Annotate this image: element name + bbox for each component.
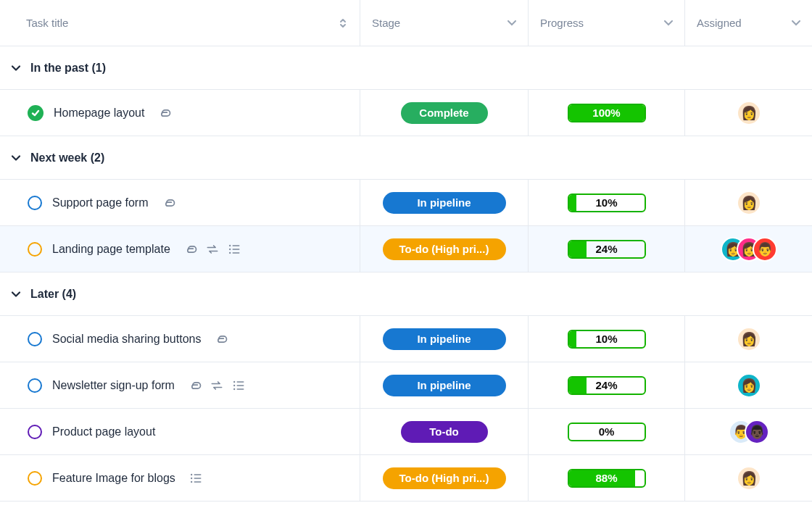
task-row[interactable]: Support page formIn pipeline10%👩: [0, 180, 812, 226]
stage-cell[interactable]: In pipeline: [360, 316, 528, 362]
status-ring-icon[interactable]: [28, 471, 42, 486]
task-row[interactable]: Feature Image for blogs To-do (High pri.…: [0, 455, 812, 502]
task-title-cell[interactable]: Newsletter sign-up form: [0, 362, 360, 408]
svg-point-14: [191, 480, 192, 482]
attachment-icon[interactable]: [162, 196, 176, 210]
progress-cell[interactable]: 88%: [528, 455, 684, 501]
progress-bar[interactable]: 0%: [568, 423, 646, 441]
progress-bar[interactable]: 10%: [568, 330, 646, 349]
progress-bar[interactable]: 24%: [568, 240, 646, 259]
column-header-stage[interactable]: Stage: [360, 0, 528, 46]
stage-pill[interactable]: In pipeline: [383, 375, 506, 396]
stage-pill[interactable]: To-do (High pri...): [383, 467, 506, 489]
task-title-cell[interactable]: Product page layout: [0, 409, 360, 454]
attachment-icon[interactable]: [157, 106, 172, 120]
status-ring-icon[interactable]: [28, 242, 42, 257]
subtasks-icon[interactable]: [188, 471, 203, 486]
avatar[interactable]: 👩: [737, 466, 761, 491]
avatar-stack[interactable]: 👩: [737, 373, 761, 398]
avatar[interactable]: 👨🏿: [745, 420, 769, 444]
group-header-row[interactable]: In the past (1): [0, 46, 812, 90]
status-ring-icon[interactable]: [28, 332, 42, 346]
task-row[interactable]: Newsletter sign-up form In pipeline24%👩: [0, 362, 812, 409]
avatar[interactable]: 👩: [737, 373, 761, 398]
stage-pill[interactable]: In pipeline: [383, 328, 506, 350]
avatar[interactable]: 👨: [753, 237, 777, 262]
column-header-title-label: Task title: [26, 17, 68, 29]
stage-pill[interactable]: Complete: [401, 102, 488, 124]
group-header-row[interactable]: Next week (2): [0, 136, 812, 180]
task-title-cell[interactable]: Social media sharing buttons: [0, 316, 360, 362]
task-row[interactable]: Social media sharing buttonsIn pipeline1…: [0, 316, 812, 362]
subtasks-icon[interactable]: [227, 242, 241, 257]
caret-down-icon[interactable]: [792, 20, 800, 26]
caret-down-icon[interactable]: [664, 20, 673, 26]
progress-cell[interactable]: 24%: [528, 226, 684, 272]
stage-cell[interactable]: In pipeline: [360, 180, 528, 225]
avatar[interactable]: 👩: [737, 191, 761, 215]
progress-cell[interactable]: 0%: [528, 409, 684, 454]
progress-bar[interactable]: 100%: [568, 104, 646, 122]
task-title-cell[interactable]: Homepage layout: [0, 90, 360, 136]
chevron-down-icon[interactable]: [10, 288, 22, 300]
status-ring-icon[interactable]: [28, 378, 42, 393]
recurring-icon[interactable]: [210, 378, 224, 393]
progress-cell[interactable]: 100%: [528, 90, 684, 136]
task-row[interactable]: Homepage layoutComplete100%👩: [0, 90, 812, 136]
column-header-progress[interactable]: Progress: [528, 0, 684, 46]
status-ring-icon[interactable]: [28, 196, 42, 210]
chevron-down-icon[interactable]: [10, 62, 22, 74]
avatar[interactable]: 👩: [737, 327, 761, 351]
task-title-cell[interactable]: Feature Image for blogs: [0, 455, 360, 501]
status-check-icon[interactable]: [28, 105, 44, 121]
stage-cell[interactable]: Complete: [360, 90, 528, 136]
stage-pill[interactable]: To-do: [401, 421, 488, 443]
task-row[interactable]: Landing page template To-do (High pri...…: [0, 226, 812, 272]
attachment-icon[interactable]: [183, 242, 198, 257]
progress-bar[interactable]: 10%: [568, 194, 646, 212]
column-header-assigned[interactable]: Assigned: [684, 0, 812, 46]
stage-cell[interactable]: To-do: [360, 409, 528, 454]
column-header-title[interactable]: Task title: [0, 0, 360, 46]
stage-cell[interactable]: In pipeline: [360, 362, 528, 408]
assigned-cell[interactable]: 👩: [684, 362, 812, 408]
avatar-stack[interactable]: 👩👩👨: [721, 237, 777, 262]
sort-icon[interactable]: [338, 17, 348, 29]
progress-cell[interactable]: 10%: [528, 316, 684, 362]
assigned-cell[interactable]: 👩👩👨: [684, 226, 812, 272]
stage-cell[interactable]: To-do (High pri...): [360, 455, 528, 501]
subtasks-icon[interactable]: [231, 378, 246, 393]
avatar-stack[interactable]: 👩: [737, 191, 761, 215]
task-title-cell[interactable]: Support page form: [0, 180, 360, 225]
stage-pill[interactable]: To-do (High pri...): [383, 238, 506, 260]
task-row[interactable]: Product page layoutTo-do0%👨👨🏿: [0, 409, 812, 455]
progress-cell[interactable]: 10%: [528, 180, 684, 225]
stage-cell[interactable]: To-do (High pri...): [360, 226, 528, 272]
group-header-row[interactable]: Later (4): [0, 272, 812, 316]
task-title-cell[interactable]: Landing page template: [0, 226, 360, 272]
chevron-down-icon[interactable]: [10, 152, 22, 164]
task-meta-icons: [162, 196, 176, 210]
group-label: In the past (1): [30, 62, 106, 75]
recurring-icon[interactable]: [205, 242, 220, 257]
caret-down-icon[interactable]: [508, 20, 516, 26]
progress-bar[interactable]: 24%: [568, 376, 646, 395]
assigned-cell[interactable]: 👩: [684, 180, 812, 225]
avatar-stack[interactable]: 👩: [737, 327, 761, 351]
assigned-cell[interactable]: 👨👨🏿: [684, 409, 812, 454]
attachment-icon[interactable]: [214, 332, 228, 346]
assigned-cell[interactable]: 👩: [684, 90, 812, 136]
stage-pill[interactable]: In pipeline: [383, 192, 506, 214]
progress-bar[interactable]: 88%: [568, 469, 646, 488]
avatar-stack[interactable]: 👩: [737, 101, 761, 125]
status-ring-icon[interactable]: [28, 425, 42, 439]
avatar[interactable]: 👩: [737, 101, 761, 125]
avatar-stack[interactable]: 👩: [737, 466, 761, 491]
progress-cell[interactable]: 24%: [528, 362, 684, 408]
assigned-cell[interactable]: 👩: [684, 316, 812, 362]
attachment-icon[interactable]: [188, 378, 202, 393]
table-header-row: Task title Stage Progress: [0, 0, 812, 46]
progress-label: 24%: [595, 379, 617, 391]
assigned-cell[interactable]: 👩: [684, 455, 812, 501]
avatar-stack[interactable]: 👨👨🏿: [729, 420, 769, 444]
